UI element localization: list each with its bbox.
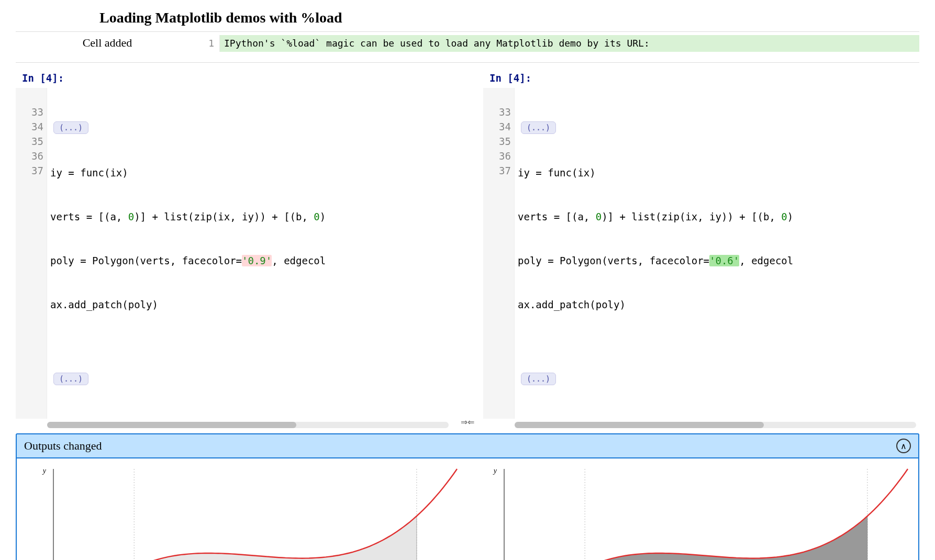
fold-badge[interactable]: (...) — [521, 373, 556, 385]
code-area-right[interactable]: 33 34 35 36 37 (...) iy = func(ix) verts… — [483, 88, 919, 419]
cell-added-content: 1 IPython's `%load` magic can be used to… — [199, 35, 919, 52]
page-title: Loading Matplotlib demos with %load — [16, 0, 919, 31]
h-scrollbar[interactable] — [47, 422, 449, 428]
divider — [16, 62, 919, 63]
code-gutter-right: 33 34 35 36 37 — [483, 88, 515, 419]
outputs-changed-label: Outputs changed — [24, 439, 102, 453]
code-line: verts = [(a, 0)] + list(zip(ix, iy)) + [… — [518, 209, 919, 224]
cell-added-label: Cell added — [16, 35, 199, 50]
dual-code-pane: In [4]: 33 34 35 36 37 (...) iy = func(i… — [16, 70, 919, 428]
svg-text:y: y — [42, 467, 47, 475]
code-line: iy = func(ix) — [50, 165, 452, 180]
output-plot-left: y x a b ∫ b a f(x) dx — [22, 464, 462, 560]
right-pane: In [4]: 33 34 35 36 37 (...) iy = func(i… — [483, 70, 919, 428]
pane-divider-handle[interactable]: ⇒⇐ — [457, 70, 478, 428]
h-scrollbar-thumb[interactable] — [47, 422, 296, 428]
prompt-left: In [4]: — [16, 70, 452, 88]
collapse-icon[interactable]: ∧ — [896, 439, 911, 453]
added-code-line: IPython's `%load` magic can be used to l… — [220, 35, 919, 52]
integral-plot: y x a b ∫ b a f(x) dx — [22, 464, 462, 560]
outputs-changed-banner[interactable]: Outputs changed ∧ — [16, 433, 919, 458]
code-line: iy = func(ix) — [518, 165, 919, 180]
left-pane: In [4]: 33 34 35 36 37 (...) iy = func(i… — [16, 70, 452, 428]
code-line: verts = [(a, 0)] + list(zip(ix, iy)) + [… — [50, 209, 452, 224]
fold-badge[interactable]: (...) — [521, 121, 556, 134]
code-line: ax.add_patch(poly) — [50, 297, 452, 312]
integral-plot: y x a b ∫ b a f(x) dx — [473, 464, 913, 560]
code-line: poly = Polygon(verts, facecolor='0.9', e… — [50, 253, 452, 268]
cell-added-row: Cell added 1 IPython's `%load` magic can… — [16, 31, 919, 55]
code-area-left[interactable]: 33 34 35 36 37 (...) iy = func(ix) verts… — [16, 88, 452, 419]
prompt-right: In [4]: — [483, 70, 919, 88]
diff-added-token: '0.6' — [709, 255, 739, 266]
code-gutter-left: 33 34 35 36 37 — [16, 88, 47, 419]
svg-text:y: y — [493, 467, 497, 475]
code-lines-left[interactable]: (...) iy = func(ix) verts = [(a, 0)] + l… — [47, 88, 452, 419]
code-line: ax.add_patch(poly) — [518, 297, 919, 312]
lineno-gutter: 1 — [199, 35, 220, 52]
h-scrollbar[interactable] — [515, 422, 916, 428]
code-lines-right[interactable]: (...) iy = func(ix) verts = [(a, 0)] + l… — [515, 88, 919, 419]
code-line: poly = Polygon(verts, facecolor='0.6', e… — [518, 253, 919, 268]
diff-removed-token: '0.9' — [242, 255, 272, 266]
h-scrollbar-thumb[interactable] — [515, 422, 764, 428]
fold-badge[interactable]: (...) — [53, 121, 88, 134]
fold-badge[interactable]: (...) — [53, 373, 88, 385]
outputs-body: y x a b ∫ b a f(x) dx y x a b ∫ b a f(x)… — [16, 458, 919, 560]
output-plot-right: y x a b ∫ b a f(x) dx — [473, 464, 913, 560]
